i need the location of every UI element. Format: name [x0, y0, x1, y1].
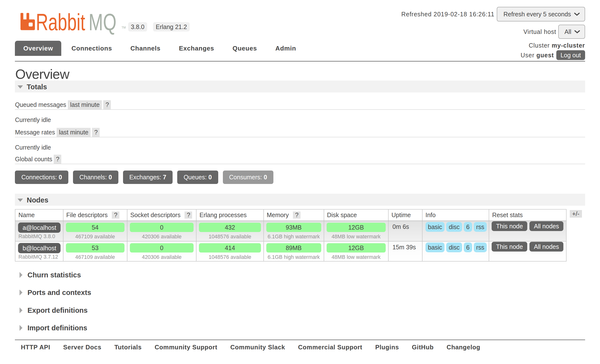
svg-text:Rabbit: Rabbit [36, 9, 85, 35]
svg-text:TM: TM [122, 26, 126, 29]
svg-text:MQ: MQ [89, 9, 116, 35]
